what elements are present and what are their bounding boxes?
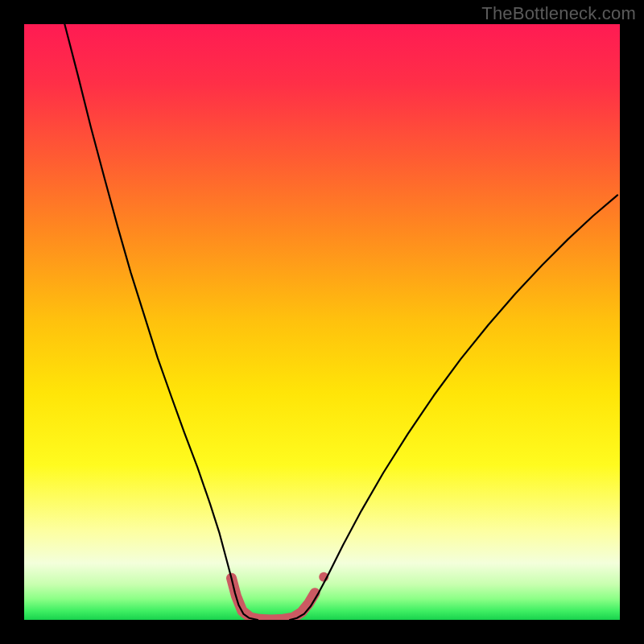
stage: TheBottleneck.com [0,0,644,644]
right-branch-path [290,195,617,620]
left-branch-path [64,24,258,620]
curve-layer [24,24,620,620]
plot-area [24,24,620,620]
watermark-text: TheBottleneck.com [481,3,636,24]
